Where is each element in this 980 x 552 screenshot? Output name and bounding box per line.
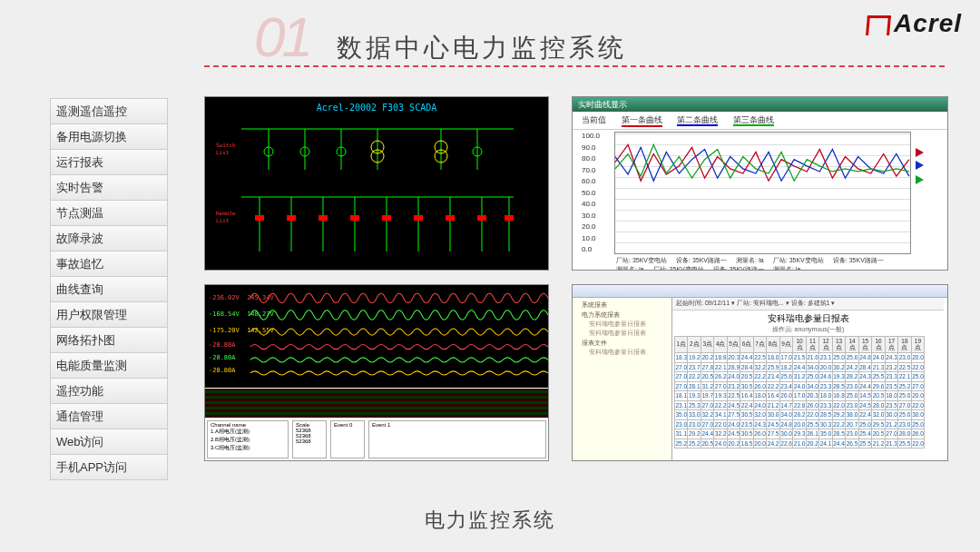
legend-series-2: 第二条曲线 xyxy=(677,115,718,126)
sidebar-item: Web访问 xyxy=(50,429,168,455)
chart-footer: 厂站: 35KV变电站设备: 35KV路路一测量名: Ia 厂站: 35KV变电… xyxy=(573,254,947,271)
sidebar-item: 运行报表 xyxy=(50,149,168,175)
title-underline xyxy=(204,65,948,67)
svg-text:Remote: Remote xyxy=(216,210,236,216)
sidebar-item: 手机APP访问 xyxy=(50,454,168,480)
sidebar-item: 事故追忆 xyxy=(50,251,168,277)
svg-rect-33 xyxy=(505,215,514,221)
feature-sidebar: 遥测遥信遥控 备用电源切换 运行报表 实时告警 节点测温 故障录波 事故追忆 曲… xyxy=(50,98,168,479)
title-area: 01 数据中心电力监控系统 xyxy=(254,5,627,69)
slide-caption: 电力监控系统 xyxy=(0,507,980,534)
marker-blue-icon xyxy=(916,161,924,170)
svg-rect-25 xyxy=(382,215,391,221)
chart-plot-area: 100.090.080.070.060.0 50.040.030.020.010… xyxy=(573,132,947,254)
svg-rect-23 xyxy=(350,215,359,221)
svg-rect-19 xyxy=(287,215,296,221)
svg-rect-29 xyxy=(446,215,455,221)
digital-channels xyxy=(205,389,548,419)
chart-legend: 当前值 第一条曲线 第二条曲线 第三条曲线 xyxy=(573,112,947,130)
sidebar-item: 用户权限管理 xyxy=(50,301,168,328)
marker-red-icon xyxy=(916,148,924,157)
svg-rect-27 xyxy=(414,215,423,221)
sidebar-item: 遥测遥信遥控 xyxy=(50,98,168,124)
sidebar-item: 通信管理 xyxy=(50,403,168,429)
svg-rect-31 xyxy=(477,215,486,221)
chart-grid xyxy=(614,132,911,254)
screenshot-panels: Acrel-20002 F303 SCADA xyxy=(204,96,948,461)
sidebar-item: 实时告警 xyxy=(50,174,168,201)
panel-daily-report: 起始时间: 09/12/11 ▾ 厂站: 安科瑞电... ▾ 设备: 多建筑1 … xyxy=(572,284,948,461)
legend-series-3: 第三条曲线 xyxy=(733,115,774,126)
sidebar-item: 备用电源切换 xyxy=(50,123,168,150)
svg-text:Switch: Switch xyxy=(216,142,236,148)
legend-series-1: 第一条曲线 xyxy=(622,115,662,127)
event-table: Channel name1.A相电压(监测)2.B相电压(监测)3.C相电压(监… xyxy=(205,419,548,460)
brand-name: Acrel xyxy=(894,9,962,37)
y-axis-ticks: 100.090.080.070.060.0 50.040.030.020.010… xyxy=(582,132,600,257)
sidebar-item: 电能质量监测 xyxy=(50,352,168,379)
svg-rect-21 xyxy=(318,215,328,221)
slide-header: Acrel 01 数据中心电力监控系统 xyxy=(0,0,980,54)
report-titlebar xyxy=(573,285,947,298)
window-titlebar: 实时曲线显示 xyxy=(573,97,947,112)
report-data-grid: 1点2点3点4点5点6点7点8点9点10点11点12点13点14点15点16点1… xyxy=(674,336,925,448)
svg-text:List: List xyxy=(216,149,230,155)
sidebar-item: 曲线查询 xyxy=(50,276,168,302)
sidebar-item: 遥控功能 xyxy=(50,378,168,404)
logo-icon xyxy=(866,15,891,35)
section-number: 01 xyxy=(254,5,309,69)
report-tree: 系统报表 电力系统报表 安科瑞电参量日报表 安科瑞电参量日报表 报表文件 安科瑞… xyxy=(573,298,672,460)
sidebar-item: 节点测温 xyxy=(50,200,168,226)
lines-svg xyxy=(615,133,910,253)
report-title: 安科瑞电参量日报表 xyxy=(672,312,944,325)
svg-rect-17 xyxy=(255,215,264,221)
panel-scada-diagram: Acrel-20002 F303 SCADA xyxy=(204,96,549,271)
sidebar-item: 网络拓扑图 xyxy=(50,327,168,353)
sidebar-item: 故障录波 xyxy=(50,225,168,251)
report-toolbar: 起始时间: 09/12/11 ▾ 厂站: 安科瑞电... ▾ 设备: 多建筑1 … xyxy=(672,298,944,310)
svg-text:List: List xyxy=(216,217,230,223)
panel-fault-recorder: -236.02V 245.34V -168.54V 148.27V -175.2… xyxy=(204,284,549,461)
marker-green-icon xyxy=(916,175,924,184)
single-line-diagram-icon: SwitchList RemoteList xyxy=(205,115,549,270)
panel-realtime-curves: 实时曲线显示 当前值 第一条曲线 第二条曲线 第三条曲线 100.090.080… xyxy=(572,96,948,271)
legend-current: 当前值 xyxy=(582,115,606,124)
scada-title: Acrel-20002 F303 SCADA xyxy=(205,97,548,113)
report-subtitle: 操作员: anonymous(一般) xyxy=(672,325,944,334)
analog-waveforms: -236.02V 245.34V -168.54V 148.27V -175.2… xyxy=(205,285,548,389)
page-title: 数据中心电力监控系统 xyxy=(337,31,627,65)
brand-logo: Acrel xyxy=(867,9,962,38)
